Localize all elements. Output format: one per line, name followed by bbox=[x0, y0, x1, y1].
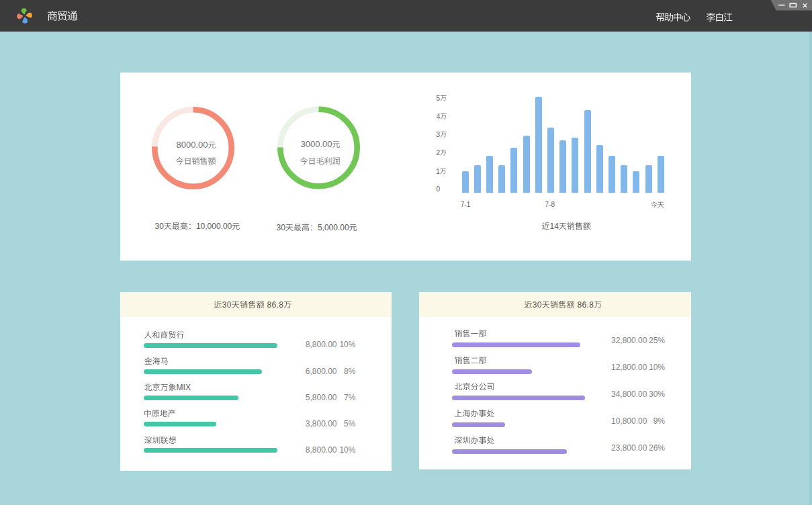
svg-text:4: 4 bbox=[436, 113, 440, 120]
svg-text:30: 30 bbox=[154, 222, 164, 231]
svg-text:3: 3 bbox=[436, 131, 440, 138]
svg-text:5,000.00: 5,000.00 bbox=[318, 223, 349, 232]
svg-text:86.8: 86.8 bbox=[578, 300, 594, 310]
svg-text:14: 14 bbox=[550, 222, 559, 231]
svg-text:86.8: 86.8 bbox=[267, 300, 284, 310]
svg-text:10,000.00: 10,000.00 bbox=[195, 222, 232, 231]
svg-text:MIX: MIX bbox=[177, 383, 191, 392]
svg-text:3000.00: 3000.00 bbox=[301, 139, 332, 149]
svg-text:5: 5 bbox=[436, 94, 440, 101]
svg-text:30: 30 bbox=[222, 300, 232, 310]
svg-text:8000.00: 8000.00 bbox=[176, 140, 208, 150]
svg-text:30: 30 bbox=[277, 223, 286, 232]
svg-text:2: 2 bbox=[436, 149, 440, 156]
svg-text:1: 1 bbox=[436, 167, 440, 175]
svg-text:30: 30 bbox=[533, 300, 542, 310]
